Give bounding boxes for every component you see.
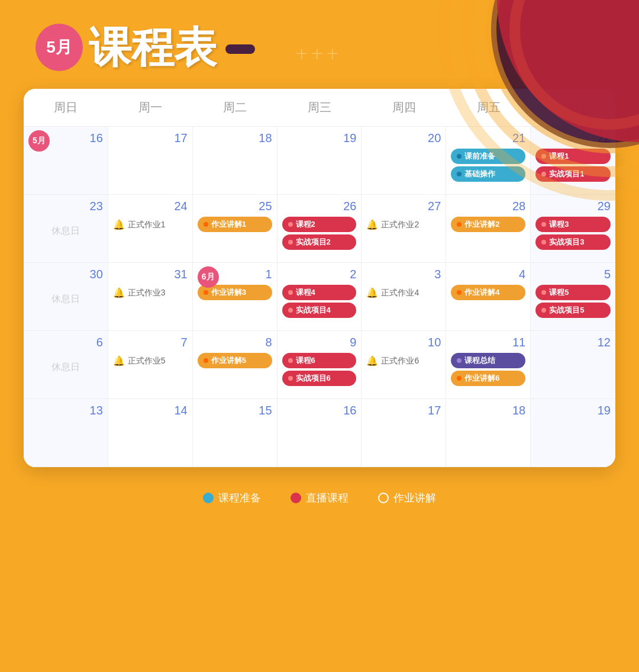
month-badge: 5月 [28, 130, 50, 152]
event-tag: 课程2 [282, 217, 357, 232]
event-tag: 基础操作 [451, 166, 525, 182]
cell-date: 5 [535, 268, 611, 281]
cell-date: 28 [451, 200, 525, 213]
calendar-cell: 12 [531, 331, 615, 399]
calendar-cell: 2课程4实战项目4 [277, 263, 362, 331]
calendar-cell: 29课程3实战项目3 [531, 195, 615, 263]
calendar-cell: 17 [108, 127, 193, 195]
rest-day-label: 休息日 [28, 225, 103, 237]
page-header: 5月 课程表 [0, 0, 639, 83]
calendar-cell: 18 [193, 127, 277, 195]
calendar-cell: 5课程5实战项目5 [531, 263, 615, 331]
weekday-header: 周六 [531, 89, 615, 126]
cell-date: 8 [198, 336, 272, 349]
calendar-cell: 15 [193, 399, 277, 467]
calendar-cell: 17 [362, 399, 446, 467]
weekday-header: 周三 [277, 89, 362, 126]
calendar-cell: 10🔔正式作业6 [362, 331, 446, 399]
calendar-cell: 25作业讲解1 [193, 195, 277, 263]
homework-entry: 🔔正式作业6 [366, 353, 441, 369]
event-tag: 实战项目2 [282, 234, 357, 250]
events-container: 🔔正式作业3 [113, 285, 188, 301]
cell-date: 19 [282, 131, 357, 145]
calendar-cell: 20 [362, 127, 446, 195]
calendar-cell: 7🔔正式作业5 [108, 331, 193, 399]
cell-date: 11 [451, 336, 525, 349]
calendar-cell: 4作业讲解4 [446, 263, 531, 331]
event-tag: 课程1 [535, 149, 611, 164]
cell-date: 30 [28, 268, 103, 281]
subtitle-container [225, 44, 255, 54]
weekday-header: 周二 [193, 89, 277, 126]
events-container: 作业讲解5 [198, 353, 272, 368]
event-tag: 实战项目4 [282, 303, 357, 318]
event-tag: 实战项目5 [535, 303, 611, 318]
legend-item-outline: 作业讲解 [378, 491, 436, 505]
cell-date: 17 [366, 404, 441, 417]
event-tag: 实战项目6 [282, 371, 357, 386]
weekday-header: 周一 [108, 89, 193, 126]
calendar-cell: 11课程总结作业讲解6 [446, 331, 531, 399]
calendar-cell: 30休息日 [24, 263, 108, 331]
calendar-grid: 5月161718192021课前准备基础操作22课程1实战项目123休息日24🔔… [24, 127, 615, 467]
month-badge: 6月 [198, 266, 219, 288]
event-tag: 课程总结 [451, 353, 525, 368]
homework-entry: 🔔正式作业2 [366, 217, 441, 233]
cell-date: 15 [198, 404, 272, 417]
homework-entry: 🔔正式作业3 [113, 285, 188, 301]
event-tag: 课程5 [535, 285, 611, 300]
cell-date: 18 [451, 404, 525, 417]
events-container: 🔔正式作业6 [366, 353, 441, 369]
legend-label-red: 直播课程 [306, 491, 348, 505]
cell-date: 12 [535, 336, 611, 349]
calendar-cell: 5月16 [24, 127, 108, 195]
calendar-cell: 27🔔正式作业2 [362, 195, 446, 263]
cell-date: 10 [366, 336, 441, 349]
cell-date: 6 [28, 336, 103, 349]
calendar-cell: 31🔔正式作业3 [108, 263, 193, 331]
events-container: 🔔正式作业4 [366, 285, 441, 301]
cell-date: 29 [535, 200, 611, 213]
cell-date: 14 [113, 404, 188, 417]
event-tag: 实战项目3 [535, 234, 611, 250]
event-tag: 作业讲解2 [451, 217, 525, 232]
calendar-cell: 8作业讲解5 [193, 331, 277, 399]
calendar-cell: 6月1作业讲解3 [193, 263, 277, 331]
homework-entry: 🔔正式作业1 [113, 217, 188, 233]
calendar-cell: 19 [277, 127, 362, 195]
events-container: 课程5实战项目5 [535, 285, 611, 318]
calendar-cell: 22课程1实战项目1 [531, 127, 615, 195]
cell-date: 18 [198, 131, 272, 145]
event-tag: 作业讲解1 [198, 217, 272, 232]
event-tag: 课程3 [535, 217, 611, 232]
events-container: 课程4实战项目4 [282, 285, 357, 318]
calendar-cell: 26课程2实战项目2 [277, 195, 362, 263]
homework-entry: 🔔正式作业4 [366, 285, 441, 301]
legend-dot-red [291, 493, 301, 503]
page-title: 课程表 [89, 26, 217, 69]
legend: 课程准备 直播课程 作业讲解 [0, 479, 639, 511]
cell-date: 21 [451, 131, 525, 145]
cell-date: 27 [366, 200, 441, 213]
month-badge: 5月 [36, 24, 83, 71]
event-tag: 实战项目1 [535, 166, 611, 182]
calendar: 周日周一周二周三周四周五周六 5月161718192021课前准备基础操作22课… [24, 89, 615, 467]
legend-item-blue: 课程准备 [203, 491, 261, 505]
cell-date: 26 [282, 200, 357, 213]
event-tag: 课程6 [282, 353, 357, 368]
events-container: 🔔正式作业5 [113, 353, 188, 369]
event-tag: 课前准备 [451, 149, 525, 164]
legend-label-outline: 作业讲解 [393, 491, 436, 505]
events-container: 课前准备基础操作 [451, 149, 525, 182]
legend-dot-outline [378, 493, 389, 503]
calendar-cell: 3🔔正式作业4 [362, 263, 446, 331]
cell-date: 17 [113, 131, 188, 145]
events-container: 课程2实战项目2 [282, 217, 357, 250]
events-container: 🔔正式作业2 [366, 217, 441, 233]
calendar-cell: 13 [24, 399, 108, 467]
events-container: 🔔正式作业1 [113, 217, 188, 233]
event-tag: 课程4 [282, 285, 357, 300]
calendar-cell: 28作业讲解2 [446, 195, 531, 263]
calendar-cell: 16 [277, 399, 362, 467]
calendar-cell: 6休息日 [24, 331, 108, 399]
